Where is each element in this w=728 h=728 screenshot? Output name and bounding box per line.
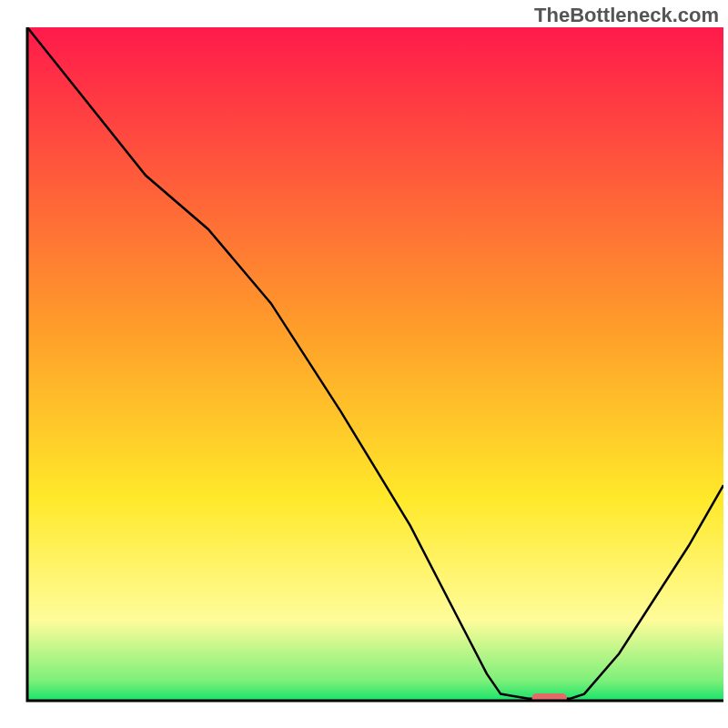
bottleneck-chart [0, 0, 728, 728]
gradient-background [27, 27, 723, 701]
chart-container: TheBottleneck.com [0, 0, 728, 728]
watermark-text: TheBottleneck.com [534, 4, 719, 27]
